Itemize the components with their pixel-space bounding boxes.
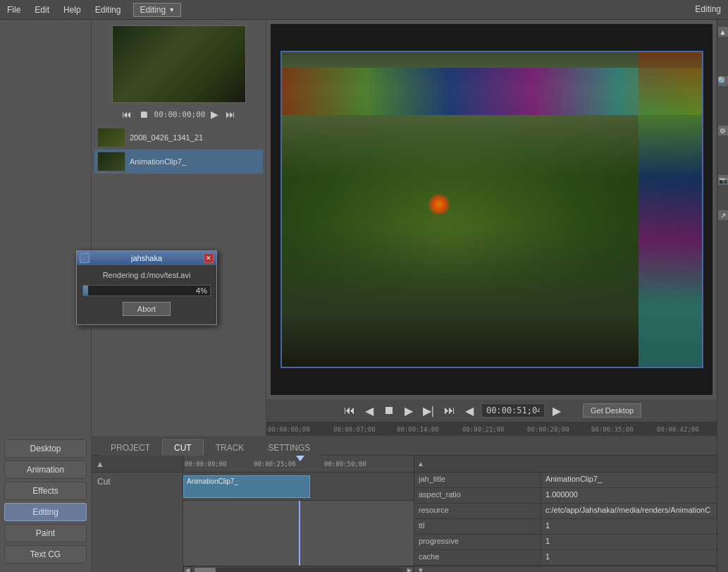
timeline-center: 00:00:00;00 00:00:25;00 00:00:50;00 Anim… — [183, 456, 414, 572]
video-content — [282, 52, 702, 367]
dialog-body: Rendering d:/mov/test.avi 4% Abort — [77, 265, 216, 324]
menu-file[interactable]: File — [0, 2, 27, 18]
source-timecode: 00:00:00;00 — [154, 110, 206, 119]
tab-bar: PROJECT CUT TRACK SETTINGS — [92, 436, 717, 456]
properties-panel: ▲ jah_title AnimationClip7_ aspect_ratio… — [414, 456, 717, 572]
sidebar-btn-textcg[interactable]: Text CG — [4, 545, 87, 564]
tl-mark-1: 00:00:25;00 — [254, 461, 296, 468]
prop-val-3: 1 — [541, 519, 717, 534]
ruler-tick-0: 00:00:00;00 — [268, 426, 310, 433]
tab-project[interactable]: PROJECT — [99, 439, 162, 456]
sidebar-btn-animation[interactable]: Animation — [4, 461, 87, 479]
preview-area: ⏮ ◀ ⏹ ▶ ▶| ⏭ ◀ ▶ Get Desktop 00:00:00;00… — [266, 20, 717, 436]
clip-item-2[interactable]: AnimationClip7_ — [94, 150, 263, 174]
prev-stop-btn[interactable]: ⏹ — [381, 404, 397, 417]
clip2-thumbnail — [97, 152, 125, 171]
get-desktop-button[interactable]: Get Desktop — [583, 403, 641, 418]
prop-key-0: jah_title — [414, 473, 541, 487]
prev-frame-back-btn[interactable]: ◀ — [363, 404, 376, 418]
cut-label: Cut — [92, 473, 183, 491]
preview-video — [271, 24, 712, 395]
prev-skip-fwd-btn[interactable]: ⏭ — [442, 404, 457, 417]
prev-play-btn[interactable]: ▶ — [402, 404, 415, 418]
menu-help[interactable]: Help — [56, 2, 88, 18]
sidebar-btn-editing[interactable]: Editing — [4, 503, 87, 521]
chevron-down-icon: ▼ — [168, 6, 175, 13]
clip-item-1[interactable]: 2008_0426_1341_21 — [94, 126, 263, 150]
tl-mark-2: 00:00:50;00 — [324, 461, 366, 468]
right-tool-camera[interactable]: 📷 — [718, 175, 728, 185]
video-glow-fx — [428, 194, 450, 215]
sidebar-btn-desktop[interactable]: Desktop — [4, 439, 87, 458]
ruler-tick-4: 00:00:28;00 — [527, 426, 569, 433]
source-stop-btn[interactable]: ⏹ — [137, 109, 150, 120]
props-scroll-down[interactable]: ▼ — [417, 566, 424, 572]
source-skip-back-btn[interactable]: ⏮ — [121, 109, 133, 120]
prop-val-5: 1 — [541, 550, 717, 565]
prop-row-0: jah_title AnimationClip7_ — [414, 473, 717, 488]
workspace-top-label: Editing — [695, 4, 721, 14]
prop-val-1: 1.000000 — [541, 488, 717, 503]
source-skip-fwd-btn[interactable]: ⏭ — [224, 109, 237, 120]
tl-mark-0: 00:00:00;00 — [185, 461, 227, 468]
props-scroll-bottom: ▼ — [414, 566, 717, 572]
prop-row-3: ttl 1 — [414, 519, 717, 535]
prop-row-2: resource c:/etc/app/Jahshaka//media/rend… — [414, 504, 717, 519]
prop-key-2: resource — [414, 504, 541, 518]
source-play-btn[interactable]: ▶ — [209, 109, 220, 120]
clip1-thumbnail — [97, 128, 125, 147]
scroll-right-btn[interactable]: ▶ — [405, 566, 414, 573]
sidebar-btn-effects[interactable]: Effects — [4, 482, 87, 500]
tab-cut[interactable]: CUT — [162, 439, 204, 456]
timeline-tracks: AnimationClip7_ — [183, 473, 414, 566]
timeline-playhead-arrow — [296, 456, 304, 461]
scrollbar-thumb — [195, 568, 216, 573]
prop-key-3: ttl — [414, 519, 541, 534]
timeline-clip[interactable]: AnimationClip7_ — [183, 475, 310, 498]
workspace-selector: Editing ▼ — [133, 3, 181, 17]
scroll-left-btn[interactable]: ◀ — [183, 566, 192, 573]
workspace-value: Editing — [140, 5, 166, 15]
source-thumbnail — [112, 25, 246, 103]
timeline-header-left: ▲ — [92, 456, 183, 473]
menu-edit[interactable]: Edit — [27, 2, 56, 18]
right-tool-magnify[interactable]: 🔍 — [718, 76, 728, 86]
prev-frame-fwd-btn[interactable]: ▶| — [421, 404, 436, 418]
ruler-tick-2: 00:00:14;00 — [397, 426, 439, 433]
clip1-name: 2008_0426_1341_21 — [130, 133, 203, 142]
prop-val-0: AnimationClip7_ — [541, 473, 717, 487]
source-thumb-image — [113, 26, 245, 102]
source-panel: ⏮ ⏹ 00:00:00;00 ▶ ⏭ 2008_0426_1341_21 An… — [92, 20, 266, 436]
timeline-track-labels: ▲ Cut — [92, 456, 183, 572]
tab-settings[interactable]: SETTINGS — [256, 439, 322, 456]
preview-timecode[interactable] — [481, 403, 545, 418]
dialog-title: jahshaka — [131, 254, 162, 262]
source-controls: ⏮ ⏹ 00:00:00;00 ▶ ⏭ — [92, 106, 266, 123]
timeline-area: ▲ Cut 00:00:00;00 00:00:25;00 00:00:50;0… — [92, 456, 717, 572]
workspace-dropdown[interactable]: Editing ▼ — [133, 3, 181, 17]
prev-skip-back-btn[interactable]: ⏮ — [342, 404, 357, 417]
abort-button[interactable]: Abort — [123, 302, 171, 316]
right-tool-settings[interactable]: ⚙ — [718, 126, 728, 135]
progress-bar-fill — [83, 286, 88, 296]
right-tool-share[interactable]: ↗ — [718, 210, 728, 220]
prev-marker-fwd-btn[interactable]: ▶ — [550, 404, 563, 418]
tab-track[interactable]: TRACK — [204, 439, 257, 456]
dialog-close-button[interactable]: ✕ — [204, 253, 214, 263]
sidebar-btn-paint[interactable]: Paint — [4, 524, 87, 542]
props-scroll-up[interactable]: ▲ — [417, 460, 424, 468]
properties-header: ▲ — [414, 456, 717, 473]
dialog-icon — [80, 253, 90, 263]
right-tool-1[interactable]: ▲ — [718, 27, 728, 37]
timeline-arrow-left[interactable]: ▲ — [96, 459, 104, 469]
render-dialog: jahshaka ✕ Rendering d:/mov/test.avi 4% … — [76, 250, 217, 325]
timeline-track-row: AnimationClip7_ — [183, 473, 414, 501]
ruler-tick-1: 00:00:07;00 — [333, 426, 376, 433]
video-artifact-right — [638, 52, 701, 367]
progress-text: 4% — [196, 286, 207, 295]
menu-bar: File Edit Help Editing Editing ▼ Editing — [0, 0, 728, 20]
prev-marker-btn[interactable]: ◀ — [463, 404, 476, 418]
scrollbar-track[interactable] — [195, 568, 402, 573]
prop-val-4: 1 — [541, 535, 717, 549]
timeline-ruler: 00:00:00;00 00:00:25;00 00:00:50;00 — [183, 456, 414, 473]
